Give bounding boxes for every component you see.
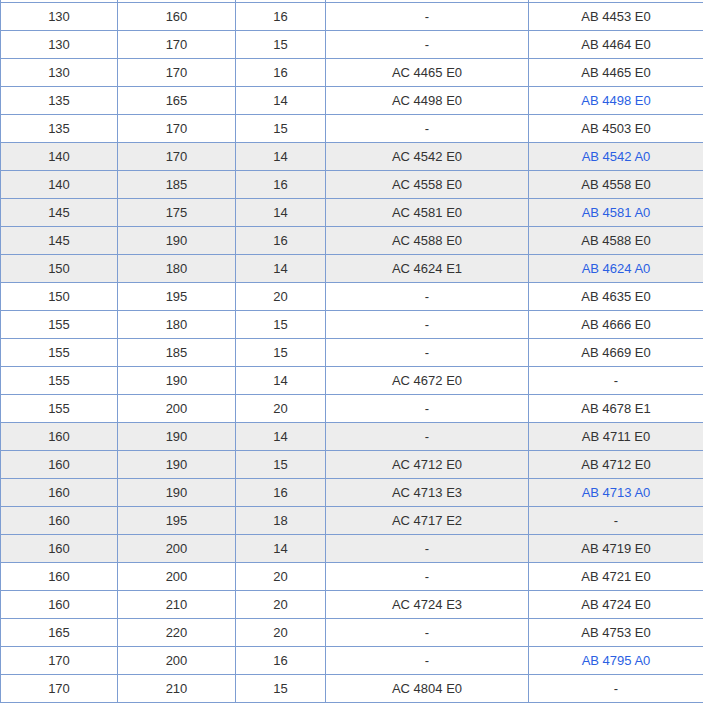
table-cell: AB 4669 E0 [529, 339, 703, 367]
table-cell: AC 4588 E0 [326, 227, 529, 255]
table-cell: 14 [236, 367, 326, 395]
table-cell: 160 [1, 563, 118, 591]
table-cell: AB 4678 E1 [529, 395, 703, 423]
table-cell: - [326, 395, 529, 423]
table-row: 170 200 16 - AB 4795 A0 [1, 647, 703, 675]
table-cell: 200 [118, 647, 236, 675]
part-number-link[interactable]: AB 4542 A0 [582, 149, 651, 164]
table-cell: 20 [236, 563, 326, 591]
table-row: 140 185 16 AC 4558 E0 AB 4558 E0 [1, 171, 703, 199]
table-cell: AB 4453 E0 [529, 3, 703, 31]
table-cell: 15 [236, 675, 326, 703]
table-cell: 170 [1, 675, 118, 703]
table-cell: AC 4581 E0 [326, 199, 529, 227]
table-cell: 16 [236, 479, 326, 507]
table-cell: 14 [236, 423, 326, 451]
part-number-link[interactable]: AB 4581 A0 [582, 205, 651, 220]
table-cell: 20 [236, 283, 326, 311]
table-cell: 195 [118, 283, 236, 311]
table-cell: 200 [118, 395, 236, 423]
table-cell: 190 [118, 479, 236, 507]
table-cell: AC 4713 E3 [326, 479, 529, 507]
table-cell: 130 [1, 3, 118, 31]
table-cell: 185 [118, 171, 236, 199]
table-cell: - [326, 31, 529, 59]
table-cell: 170 [118, 31, 236, 59]
table-cell: AB 4724 E0 [529, 591, 703, 619]
table-cell: 200 [118, 563, 236, 591]
table-cell: AB 4503 E0 [529, 115, 703, 143]
table-cell: 210 [118, 591, 236, 619]
table-cell: 155 [1, 367, 118, 395]
table-cell: 220 [118, 619, 236, 647]
table-cell: 130 [1, 59, 118, 87]
table-cell: 190 [118, 451, 236, 479]
table-cell: 150 [1, 283, 118, 311]
table-cell: 14 [236, 255, 326, 283]
table-cell: 150 [1, 255, 118, 283]
table-cell: 16 [236, 171, 326, 199]
table-row: 140 170 14 AC 4542 E0 AB 4542 A0 [1, 143, 703, 171]
table-cell: AB 4795 A0 [529, 647, 703, 675]
table-row: 165 220 20 - AB 4753 E0 [1, 619, 703, 647]
table-cell: 15 [236, 339, 326, 367]
table-cell: - [326, 283, 529, 311]
table-cell: AB 4711 E0 [529, 423, 703, 451]
table-cell: 16 [236, 59, 326, 87]
table-row: 145 175 14 AC 4581 E0 AB 4581 A0 [1, 199, 703, 227]
table-cell: 175 [118, 199, 236, 227]
table-cell: 210 [118, 675, 236, 703]
table-row: 160 190 16 AC 4713 E3 AB 4713 A0 [1, 479, 703, 507]
table-cell: 200 [118, 535, 236, 563]
table-cell: 20 [236, 619, 326, 647]
table-row: 155 190 14 AC 4672 E0 - [1, 367, 703, 395]
table-cell: 170 [118, 143, 236, 171]
table-cell: AB 4753 E0 [529, 619, 703, 647]
data-table: 130 160 16 - AB 4453 E0 130 170 15 - AB … [0, 0, 703, 703]
table-row: 160 190 15 AC 4712 E0 AB 4712 E0 [1, 451, 703, 479]
table-cell: 140 [1, 171, 118, 199]
table-cell: 190 [118, 423, 236, 451]
table-cell: 160 [1, 479, 118, 507]
table-cell: - [326, 3, 529, 31]
table-row: 150 180 14 AC 4624 E1 AB 4624 A0 [1, 255, 703, 283]
table-cell: - [529, 675, 703, 703]
table-cell: 160 [1, 591, 118, 619]
table-cell: 155 [1, 339, 118, 367]
table-row: 160 195 18 AC 4717 E2 - [1, 507, 703, 535]
table-cell: 160 [1, 451, 118, 479]
part-number-link[interactable]: AB 4498 E0 [581, 93, 650, 108]
table-cell: 15 [236, 115, 326, 143]
table-cell: 190 [118, 367, 236, 395]
table-cell: AC 4465 E0 [326, 59, 529, 87]
table-cell: 180 [118, 311, 236, 339]
table-cell: AB 4498 E0 [529, 87, 703, 115]
table-cell: 180 [118, 255, 236, 283]
table-cell: AC 4542 E0 [326, 143, 529, 171]
table-row: 130 170 15 - AB 4464 E0 [1, 31, 703, 59]
table-row: 160 210 20 AC 4724 E3 AB 4724 E0 [1, 591, 703, 619]
table-cell: 135 [1, 115, 118, 143]
table-cell: - [326, 423, 529, 451]
table-cell: 195 [118, 507, 236, 535]
table-cell: 155 [1, 395, 118, 423]
table-cell: 190 [118, 227, 236, 255]
table-cell: - [326, 647, 529, 675]
table-row: 130 170 16 AC 4465 E0 AB 4465 E0 [1, 59, 703, 87]
part-number-link[interactable]: AB 4713 A0 [582, 485, 651, 500]
table-cell: - [529, 367, 703, 395]
table-cell: 135 [1, 87, 118, 115]
table-row: 155 200 20 - AB 4678 E1 [1, 395, 703, 423]
table-row: 130 160 16 - AB 4453 E0 [1, 3, 703, 31]
table-cell: AB 4465 E0 [529, 59, 703, 87]
table-cell: - [326, 115, 529, 143]
table-cell: 14 [236, 199, 326, 227]
table-cell: AC 4712 E0 [326, 451, 529, 479]
table-row: 160 200 14 - AB 4719 E0 [1, 535, 703, 563]
table-row: 135 165 14 AC 4498 E0 AB 4498 E0 [1, 87, 703, 115]
part-number-link[interactable]: AB 4624 A0 [582, 261, 651, 276]
part-number-link[interactable]: AB 4795 A0 [582, 653, 651, 668]
table-cell: AB 4721 E0 [529, 563, 703, 591]
table-row: 160 200 20 - AB 4721 E0 [1, 563, 703, 591]
table-cell: - [529, 507, 703, 535]
